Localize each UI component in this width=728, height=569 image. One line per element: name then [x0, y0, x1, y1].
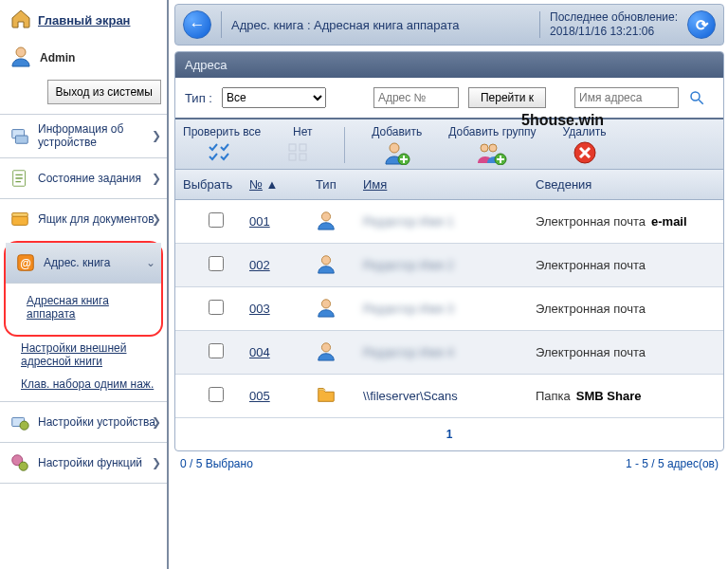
divider: [344, 127, 345, 163]
crumb-2: Адресная книга аппарата: [314, 18, 459, 32]
sidebar-item-device-settings[interactable]: Настройки устройства ❯: [0, 401, 167, 442]
footer: 0 / 5 Выбрано 1 - 5 / 5 адрес(ов): [171, 451, 728, 480]
check-all-action[interactable]: Проверить все: [183, 125, 261, 165]
add-group-action[interactable]: Добавить группу: [448, 125, 536, 165]
sidebar-item-address-book[interactable]: @ Адрес. книга ⌄: [6, 243, 161, 283]
row-details: Папка: [536, 389, 571, 403]
last-update-label: Последнее обновление:: [550, 10, 678, 25]
row-name: Редактор Имя 2: [363, 258, 454, 272]
search-icon[interactable]: [688, 89, 705, 106]
svg-rect-4: [12, 215, 28, 225]
sidebar-item-label: Состояние задания: [38, 172, 141, 185]
col-no[interactable]: №: [249, 177, 263, 192]
sidebar: Главный экран Admin Выход из системы Инф…: [0, 0, 169, 569]
chevron-right-icon: ❯: [152, 129, 161, 142]
add-action[interactable]: Добавить: [372, 125, 422, 165]
row-annotation: SMB Share: [576, 389, 642, 403]
sidebar-item-job-status[interactable]: Состояние задания ❯: [0, 157, 167, 198]
chevron-right-icon: ❯: [152, 212, 161, 226]
row-checkbox[interactable]: [209, 256, 224, 271]
user-icon: [9, 45, 32, 70]
add-group-label: Добавить группу: [448, 125, 536, 138]
range-count: 1 - 5 / 5 адрес(ов): [626, 457, 719, 470]
uncheck-all-icon: [287, 140, 318, 165]
svg-point-12: [691, 92, 700, 101]
delete-label: Удалить: [563, 125, 607, 138]
uncheck-all-action[interactable]: Нет: [287, 125, 318, 165]
row-name: Редактор Имя 1: [363, 214, 454, 229]
sidebar-item-device-info[interactable]: Информация об устройстве ❯: [0, 114, 167, 157]
chevron-right-icon: ❯: [152, 456, 161, 469]
document-box-icon: [8, 207, 32, 231]
sublink-external-address-book[interactable]: Настройки внешней адресной книги: [21, 337, 167, 373]
breadcrumb: Адрес. книга : Адресная книга аппарата: [231, 18, 530, 32]
sidebar-subitems-rest: Настройки внешней адресной книги Клав. н…: [0, 337, 167, 401]
sidebar-subitems: Адресная книга аппарата: [6, 283, 161, 331]
svg-text:@: @: [20, 256, 31, 269]
last-update: Последнее обновление: 2018/11/16 13:21:0…: [550, 10, 678, 39]
row-checkbox[interactable]: [209, 300, 224, 315]
sublink-one-touch[interactable]: Клав. набора одним наж.: [21, 373, 167, 395]
row-name: Редактор Имя 4: [363, 345, 454, 359]
row-number-link[interactable]: 003: [249, 302, 270, 316]
table-row: 001Редактор Имя 1Электронная почтаe-mail: [175, 200, 723, 244]
row-number-link[interactable]: 002: [249, 258, 270, 272]
home-link[interactable]: Главный экран: [38, 13, 130, 28]
back-button[interactable]: ←: [183, 10, 211, 39]
logout-button[interactable]: Выход из системы: [47, 80, 161, 104]
row-checkbox[interactable]: [209, 212, 224, 228]
goto-button[interactable]: Перейти к: [468, 87, 546, 108]
delete-action[interactable]: Удалить: [563, 125, 607, 165]
svg-rect-14: [289, 144, 296, 151]
user-name: Admin: [40, 51, 75, 64]
row-number-link[interactable]: 005: [249, 389, 270, 403]
address-number-input[interactable]: [373, 87, 459, 108]
col-name[interactable]: Имя: [363, 177, 387, 192]
svg-point-11: [19, 462, 27, 470]
sidebar-item-function-settings[interactable]: Настройки функций ❯: [0, 442, 167, 484]
svg-point-21: [489, 144, 497, 152]
type-select[interactable]: Все: [222, 87, 326, 108]
person-icon: [316, 306, 337, 321]
pager: 1: [175, 418, 723, 450]
row-name: \\fileserver\Scans: [363, 389, 458, 403]
table-row: 005\\fileserver\ScansПапкаSMB Share: [175, 375, 723, 418]
svg-rect-15: [300, 144, 306, 151]
table-body: 001Редактор Имя 1Электронная почтаe-mail…: [175, 200, 723, 418]
svg-point-18: [390, 143, 399, 153]
address-name-input[interactable]: [574, 87, 679, 108]
col-details: Сведения: [536, 177, 716, 192]
divider: [221, 11, 222, 38]
function-settings-icon: [8, 450, 32, 475]
table-row: 004Редактор Имя 4Электронная почта: [175, 331, 723, 375]
row-number-link[interactable]: 001: [249, 214, 270, 229]
svg-line-13: [699, 100, 703, 104]
type-label: Тип :: [185, 91, 212, 105]
table-row: 002Редактор Имя 2Электронная почта: [175, 244, 723, 287]
col-type: Тип: [316, 177, 363, 192]
addresses-panel: Адреса Тип : Все Перейти к Проверить все…: [174, 51, 724, 451]
sidebar-item-label: Настройки устройства: [38, 415, 155, 429]
highlighted-section: @ Адрес. книга ⌄ Адресная книга аппарата: [4, 241, 163, 337]
chevron-right-icon: ❯: [152, 172, 161, 185]
sublink-machine-address-book[interactable]: Адресная книга аппарата: [27, 289, 161, 325]
svg-rect-17: [300, 154, 306, 160]
col-select: Выбрать: [183, 177, 249, 192]
person-icon: [316, 263, 337, 277]
last-update-time: 2018/11/16 13:21:06: [550, 25, 678, 39]
row-number-link[interactable]: 004: [249, 345, 270, 359]
sidebar-item-document-box[interactable]: Ящик для документов ❯: [0, 198, 167, 239]
page-number[interactable]: 1: [446, 428, 453, 441]
row-checkbox[interactable]: [209, 387, 224, 402]
row-annotation: e-mail: [651, 214, 687, 229]
action-row: Проверить все Нет Добавить Добавить груп…: [175, 119, 723, 170]
row-details: Электронная почта: [536, 345, 646, 359]
refresh-button[interactable]: ⟳: [687, 10, 716, 39]
svg-rect-5: [12, 212, 28, 216]
table-header: Выбрать № ▲ Тип Имя Сведения: [175, 170, 723, 200]
check-all-icon: [207, 140, 237, 165]
device-info-icon: [8, 123, 32, 148]
svg-point-26: [321, 300, 330, 308]
row-checkbox[interactable]: [209, 343, 224, 358]
header-bar: ← Адрес. книга : Адресная книга аппарата…: [174, 4, 724, 46]
